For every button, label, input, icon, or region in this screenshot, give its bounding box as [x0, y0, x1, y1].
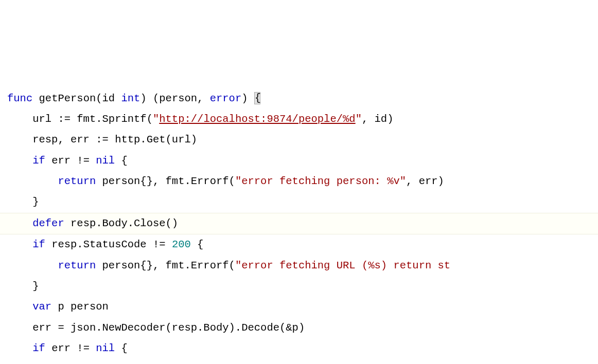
code-editor[interactable]: func getPerson(id int) (person, error) {… — [7, 88, 598, 365]
keyword-return: return — [58, 260, 96, 271]
code-line-5: return person{}, fmt.Errorf("error fetch… — [7, 175, 444, 187]
keyword-if: if — [32, 342, 45, 354]
keyword-if: if — [32, 239, 45, 250]
keyword-func: func — [7, 93, 32, 104]
keyword-int: int — [121, 93, 140, 104]
string-literal: "error fetching URL (%s) return st — [235, 260, 450, 271]
code-line-2: url := fmt.Sprintf("http://localhost:987… — [7, 113, 393, 125]
code-line-10: } — [7, 280, 39, 292]
current-line: defer resp.Body.Close() — [0, 213, 598, 234]
keyword-nil: nil — [96, 155, 115, 167]
url-string: http://localhost:9874/people/%d — [159, 113, 355, 125]
code-line-1: func getPerson(id int) (person, error) { — [7, 93, 260, 104]
code-line-11: var p person — [7, 301, 109, 313]
keyword-return: return — [58, 175, 96, 187]
keyword-error: error — [210, 93, 242, 104]
code-line-13: if err != nil { — [7, 342, 128, 354]
function-name: getPerson — [39, 93, 96, 104]
keyword-nil: nil — [96, 342, 115, 354]
keyword-var: var — [32, 301, 51, 313]
keyword-if: if — [32, 155, 45, 167]
code-line-8: if resp.StatusCode != 200 { — [7, 239, 203, 250]
code-line-9: return person{}, fmt.Errorf("error fetch… — [7, 260, 450, 271]
code-line-6: } — [7, 196, 39, 208]
keyword-defer: defer — [32, 217, 64, 229]
string-literal: "error fetching person: %v" — [235, 175, 406, 187]
code-line-3: resp, err := http.Get(url) — [7, 134, 197, 145]
brace-highlight-icon: { — [254, 92, 260, 104]
code-line-4: if err != nil { — [7, 155, 128, 167]
number-literal: 200 — [172, 239, 191, 250]
code-line-12: err = json.NewDecoder(resp.Body).Decode(… — [7, 322, 305, 334]
